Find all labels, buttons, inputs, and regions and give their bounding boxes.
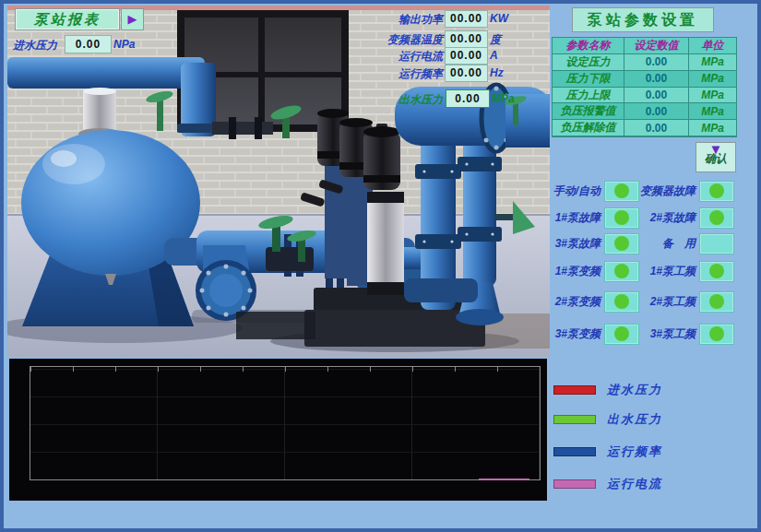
status-label-pump3-fault: 3#泵故障 <box>520 236 600 252</box>
output-power-value: 00.00 <box>445 10 488 28</box>
running-current-label: 运行电流 <box>369 49 443 65</box>
inverter-temp-label: 变频器温度 <box>369 32 443 48</box>
param-value-input[interactable]: 0.00 <box>624 54 689 71</box>
inverter-temp-value: 00.00 <box>445 30 488 48</box>
status-label-spare: 备 用 <box>615 236 696 252</box>
trend-chart-ticks <box>30 367 540 372</box>
confirm-button[interactable]: ▼ 确认 <box>696 142 736 172</box>
indicator-dot <box>709 210 724 225</box>
trend-chart-frame <box>30 366 541 480</box>
status-label-pump1-fault: 1#泵故障 <box>520 210 600 226</box>
trend-chart-grid <box>30 367 540 479</box>
output-power-label: 输出功率 <box>369 12 443 28</box>
status-label-pump1-vfd: 1#泵变频 <box>520 264 600 279</box>
running-frequency-label: 运行频率 <box>369 66 443 82</box>
inlet-pressure-unit: NPa <box>113 38 135 51</box>
col-header-name: 参数名称 <box>553 38 624 54</box>
status-indicator-spare <box>699 233 734 254</box>
status-indicator-pump2-line <box>699 291 734 313</box>
legend-label-inlet-pressure: 进水压力 <box>607 382 662 398</box>
trend-chart <box>9 359 547 501</box>
legend-label-running-current: 运行电流 <box>607 476 662 492</box>
status-indicator-pump2-fault <box>699 207 734 229</box>
outlet-pressure-unit: MPa <box>492 92 515 105</box>
settings-table: 参数名称 设定数值 单位 设定压力 0.00 MPa 压力下限 0.00 MPa… <box>552 37 737 137</box>
hmi-root: 泵站报表 ▶ 进水压力 0.00 NPa 输出功率 00.00 KW 变频器温度… <box>0 0 761 532</box>
status-label-pump2-vfd: 2#泵变频 <box>520 294 600 310</box>
status-indicator-pump3-line <box>699 324 734 345</box>
param-unit: MPa <box>689 71 736 88</box>
param-name: 压力下限 <box>553 71 624 88</box>
indicator-dot <box>709 294 724 309</box>
indicator-dot <box>709 264 724 278</box>
status-label-manual-auto: 手动/自动 <box>520 183 600 199</box>
legend-swatch-running-current <box>553 479 596 489</box>
param-unit: MPa <box>689 103 736 120</box>
status-label-pump2-line: 2#泵工频 <box>615 294 696 310</box>
param-value-input[interactable]: 0.00 <box>624 71 689 88</box>
indicator-dot <box>709 183 724 198</box>
col-header-unit: 单位 <box>689 38 736 54</box>
confirm-label: 确认 <box>696 153 735 165</box>
running-frequency-unit: Hz <box>490 66 504 79</box>
col-header-value: 设定数值 <box>624 38 689 54</box>
inverter-temp-unit: 度 <box>490 32 501 48</box>
inlet-pressure-label: 进水压力 <box>13 38 57 53</box>
status-label-inverter-fault: 变频器故障 <box>615 183 696 199</box>
param-unit: MPa <box>689 54 736 71</box>
report-play-icon[interactable]: ▶ <box>121 8 144 30</box>
running-current-unit: A <box>490 49 498 62</box>
status-indicator-inverter-fault <box>699 181 734 202</box>
running-current-trace <box>479 479 529 480</box>
outlet-pressure-label: 出水压力 <box>369 92 443 108</box>
param-name: 压力上限 <box>553 88 624 104</box>
status-indicator-pump1-line <box>699 261 734 282</box>
status-label-pump1-line: 1#泵工频 <box>615 264 696 279</box>
indicator-dot <box>709 326 724 341</box>
status-label-pump3-line: 3#泵工频 <box>615 326 696 342</box>
report-button[interactable]: 泵站报表 <box>15 8 120 30</box>
param-value-input[interactable]: 0.00 <box>624 103 689 120</box>
legend-label-outlet-pressure: 出水压力 <box>607 411 662 428</box>
param-value-input[interactable]: 0.00 <box>624 120 689 136</box>
status-label-pump3-vfd: 3#泵变频 <box>520 326 600 342</box>
param-name: 负压报警值 <box>553 103 624 120</box>
param-name: 设定压力 <box>553 54 624 71</box>
legend-swatch-outlet-pressure <box>553 415 596 424</box>
settings-panel-title: 泵站参数设置 <box>572 7 714 32</box>
param-value-input[interactable]: 0.00 <box>624 88 689 104</box>
running-current-value: 00.00 <box>445 47 488 65</box>
running-frequency-value: 00.00 <box>445 65 488 82</box>
legend-label-running-frequency: 运行频率 <box>607 443 662 460</box>
output-power-unit: KW <box>490 12 508 25</box>
pump-station-scene: 泵站报表 ▶ 进水压力 0.00 NPa 输出功率 00.00 KW 变频器温度… <box>7 6 550 358</box>
inlet-pressure-value: 0.00 <box>65 35 112 53</box>
param-unit: MPa <box>689 88 736 104</box>
outlet-pressure-value: 0.00 <box>446 89 490 108</box>
status-label-pump2-fault: 2#泵故障 <box>615 210 696 226</box>
legend-swatch-inlet-pressure <box>553 385 596 395</box>
param-unit: MPa <box>689 120 736 136</box>
legend-swatch-running-frequency <box>553 447 596 456</box>
param-name: 负压解除值 <box>553 120 624 136</box>
